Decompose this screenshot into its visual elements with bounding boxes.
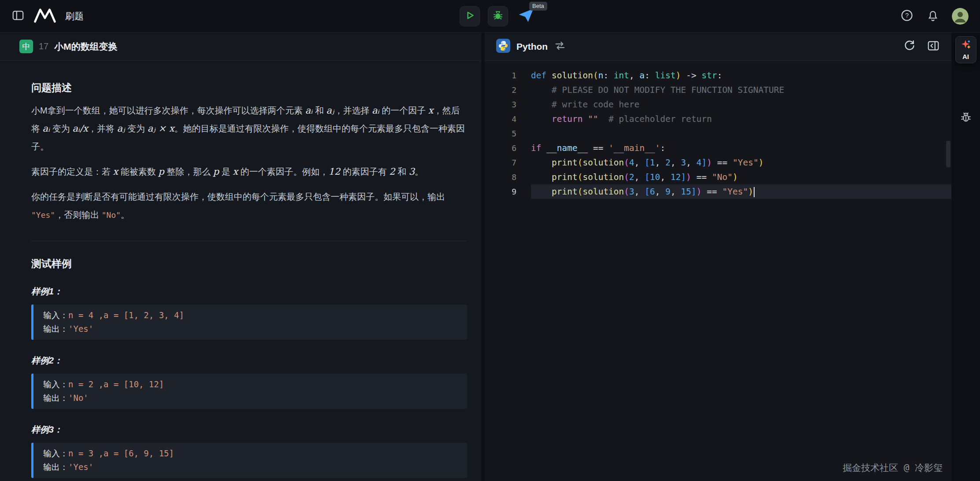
line-number: 6 bbox=[485, 141, 516, 155]
editor-panel: Python bbox=[485, 33, 951, 481]
beta-badge: Beta bbox=[529, 2, 547, 11]
collapse-panel-icon bbox=[927, 39, 940, 54]
output-value: 'No' bbox=[68, 393, 88, 403]
line-number: 3 bbox=[485, 97, 516, 112]
topbar: 刷题 Beta ? bbox=[0, 0, 980, 33]
output-value: 'Yes' bbox=[68, 324, 93, 334]
input-label: 输入： bbox=[43, 310, 68, 320]
output-label: 输出： bbox=[43, 462, 68, 472]
section-divider bbox=[31, 241, 467, 241]
sample-2-code-block: 输入：n = 2 ,a = [10, 12] 输出：'No' bbox=[31, 374, 467, 409]
problem-paragraph-1: 小M拿到一个数组，她可以进行多次操作，每次操作可以选择两个元素 aᵢ 和 aⱼ，… bbox=[31, 102, 467, 156]
switch-language-button[interactable] bbox=[554, 40, 566, 53]
sample-1-label: 样例1： bbox=[31, 286, 467, 297]
input-label: 输入： bbox=[43, 448, 68, 458]
code-line-9[interactable]: 9 print(solution(3, [6, 9, 15]) == "Yes"… bbox=[485, 184, 951, 199]
sample-1-output: 输出：'Yes' bbox=[43, 322, 457, 336]
sample-3-output: 输出：'Yes' bbox=[43, 460, 457, 474]
code-line-5[interactable]: 5 bbox=[485, 126, 951, 141]
sample-2-label: 样例2： bbox=[31, 355, 467, 367]
bug-icon bbox=[492, 10, 504, 22]
sample-3: 样例3： 输入：n = 3 ,a = [6, 9, 15] 输出：'Yes' bbox=[31, 424, 467, 478]
main-split: 中 17 小M的数组变换 问题描述 小M拿到一个数组，她可以进行多次操作，每次操… bbox=[0, 33, 980, 481]
panel-left-icon bbox=[11, 9, 25, 23]
line-number: 1 bbox=[485, 68, 516, 83]
line-number: 9 bbox=[485, 184, 516, 199]
output-value: 'Yes' bbox=[68, 462, 93, 472]
user-avatar[interactable] bbox=[952, 8, 969, 25]
share-button[interactable]: Beta bbox=[516, 6, 536, 26]
problem-panel: 中 17 小M的数组变换 问题描述 小M拿到一个数组，她可以进行多次操作，每次操… bbox=[0, 33, 481, 481]
problem-id: 17 bbox=[39, 41, 48, 51]
reset-code-button[interactable] bbox=[903, 39, 916, 54]
input-value: n = 4 ,a = [1, 2, 3, 4] bbox=[68, 310, 184, 320]
feedback-bug-button[interactable] bbox=[960, 111, 972, 125]
refresh-icon bbox=[903, 39, 916, 54]
line-number: 5 bbox=[485, 126, 516, 141]
play-icon bbox=[464, 10, 475, 22]
sample-1: 样例1： 输入：n = 4 ,a = [1, 2, 3, 4] 输出：'Yes' bbox=[31, 286, 467, 340]
topbar-right: ? bbox=[900, 8, 969, 25]
input-label: 输入： bbox=[43, 379, 68, 389]
sample-3-code-block: 输入：n = 3 ,a = [6, 9, 15] 输出：'Yes' bbox=[31, 443, 467, 478]
code-line-6[interactable]: 6if __name__ == '__main__': bbox=[485, 141, 951, 155]
ai-label: AI bbox=[962, 53, 969, 60]
sidebar-toggle-button[interactable] bbox=[11, 9, 25, 23]
feedback-bug-icon bbox=[960, 118, 972, 125]
sample-1-input: 输入：n = 4 ,a = [1, 2, 3, 4] bbox=[43, 308, 457, 322]
output-label: 输出： bbox=[43, 393, 68, 403]
input-value: n = 2 ,a = [10, 12] bbox=[68, 379, 164, 389]
sample-2: 样例2： 输入：n = 2 ,a = [10, 12] 输出：'No' bbox=[31, 355, 467, 409]
app-root: 刷题 Beta ? bbox=[0, 0, 980, 481]
code-editor[interactable]: 1def solution(n: int, a: list) -> str:2 … bbox=[485, 61, 951, 481]
editor-header-actions bbox=[903, 39, 940, 54]
code-line-3[interactable]: 3 # write code here bbox=[485, 97, 951, 112]
collapse-panel-button[interactable] bbox=[927, 39, 940, 54]
editor-header: Python bbox=[485, 33, 951, 61]
sample-2-output: 输出：'No' bbox=[43, 391, 457, 405]
sample-3-input: 输入：n = 3 ,a = [6, 9, 15] bbox=[43, 447, 457, 460]
code-content: 1def solution(n: int, a: list) -> str:2 … bbox=[485, 68, 951, 199]
line-number: 2 bbox=[485, 83, 516, 97]
problem-paragraph-3: 你的任务是判断是否有可能通过有限次操作，使数组中的每个元素最多只包含一种素因子。… bbox=[31, 188, 467, 224]
difficulty-badge: 中 bbox=[19, 40, 33, 53]
bell-icon bbox=[926, 9, 939, 23]
problem-header: 中 17 小M的数组变换 bbox=[0, 33, 481, 61]
scrollbar-thumb[interactable] bbox=[946, 141, 951, 167]
code-line-4[interactable]: 4 return "" # placeholder return bbox=[485, 112, 951, 126]
help-button[interactable]: ? bbox=[900, 8, 914, 24]
problem-title: 小M的数组变换 bbox=[54, 40, 118, 53]
logo-icon bbox=[33, 7, 56, 25]
swap-arrows-icon bbox=[554, 40, 566, 53]
notifications-button[interactable] bbox=[926, 9, 939, 23]
right-strip: AI bbox=[951, 33, 980, 481]
language-label: Python bbox=[516, 41, 548, 52]
ai-assistant-button[interactable]: AI bbox=[955, 36, 976, 63]
topbar-actions: Beta bbox=[460, 0, 536, 32]
debug-button[interactable] bbox=[488, 6, 508, 26]
topbar-left: 刷题 bbox=[11, 7, 84, 25]
editor-scrollbar[interactable] bbox=[945, 61, 951, 481]
output-label: 输出： bbox=[43, 324, 68, 334]
svg-text:?: ? bbox=[905, 12, 909, 19]
sample-1-code-block: 输入：n = 4 ,a = [1, 2, 3, 4] 输出：'Yes' bbox=[31, 305, 467, 340]
description-heading: 问题描述 bbox=[31, 81, 467, 95]
sample-3-label: 样例3： bbox=[31, 424, 467, 436]
problem-description: 问题描述 小M拿到一个数组，她可以进行多次操作，每次操作可以选择两个元素 aᵢ … bbox=[0, 61, 481, 478]
problem-paragraph-2: 素因子的定义是：若 x 能被素数 p 整除，那么 p 是 x 的一个素因子。例如… bbox=[31, 163, 467, 181]
watermark: 掘金技术社区 @ 冷影玺 bbox=[843, 462, 943, 474]
line-number: 4 bbox=[485, 112, 516, 126]
avatar-person-icon bbox=[952, 19, 969, 25]
input-value: n = 3 ,a = [6, 9, 15] bbox=[68, 448, 174, 458]
code-line-1[interactable]: 1def solution(n: int, a: list) -> str: bbox=[485, 68, 951, 83]
code-line-8[interactable]: 8 print(solution(2, [10, 12]) == "No") bbox=[485, 170, 951, 184]
code-line-7[interactable]: 7 print(solution(4, [1, 2, 3, 4]) == "Ye… bbox=[485, 155, 951, 170]
marscode-logo[interactable] bbox=[33, 7, 56, 25]
samples-heading: 测试样例 bbox=[31, 257, 467, 271]
line-number: 7 bbox=[485, 155, 516, 170]
ai-sparkle-icon bbox=[961, 39, 971, 51]
code-line-2[interactable]: 2 # PLEASE DO NOT MODIFY THE FUNCTION SI… bbox=[485, 83, 951, 97]
run-button[interactable] bbox=[460, 6, 480, 26]
sample-2-input: 输入：n = 2 ,a = [10, 12] bbox=[43, 378, 457, 391]
line-number: 8 bbox=[485, 170, 516, 184]
